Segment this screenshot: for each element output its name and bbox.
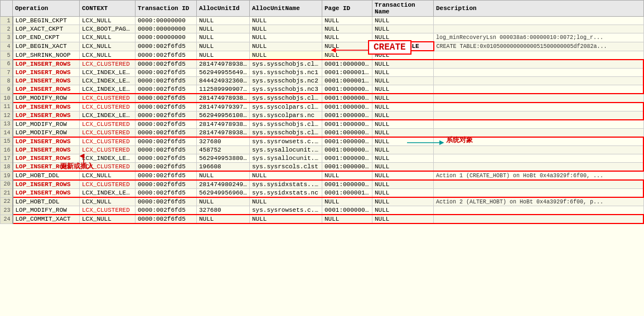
table-row: 7LOP_INSERT_ROWSLCX_INDEX_LEAF0000:002f6…: [1, 69, 644, 77]
col-auname-header: AllocUnitName: [250, 1, 322, 17]
row-number: 12: [1, 111, 13, 120]
row-number: 4: [1, 42, 13, 51]
table-row: 8LOP_INSERT_ROWSLCX_INDEX_LEAF0000:002f6…: [1, 77, 644, 85]
row-number: 18: [1, 163, 13, 172]
auid-cell: 458752: [197, 146, 250, 154]
context-cell: LCX_INDEX_LEAF: [80, 111, 135, 120]
pageid-cell: 0001:00000077: [322, 206, 372, 215]
txid-cell: 0000:002f6fd5: [135, 163, 197, 172]
operation-cell: LOP_SHRINK_NOOP: [13, 51, 80, 60]
table-row: 6LOP_INSERT_ROWSLCX_CLUSTERED0000:002f6f…: [1, 60, 644, 69]
pageid-cell: NULL: [322, 42, 372, 51]
context-cell: LCX_CLUSTERED: [80, 137, 135, 146]
operation-cell: LOP_BEGIN_XACT: [13, 42, 80, 51]
row-number: 19: [1, 171, 13, 180]
auid-cell: 327680: [197, 206, 250, 215]
auname-cell: sys.sysrowsets.c...: [250, 206, 322, 215]
txid-cell: 0000:002f6fd5: [135, 154, 197, 163]
txname-cell: NULL: [372, 180, 434, 189]
table-row: 20LOP_INSERT_ROWSLCX_CLUSTERED0000:002f6…: [1, 180, 644, 189]
txname-cell: NULL: [372, 154, 434, 163]
auname-cell: sys.sysidxstats.nc: [250, 189, 322, 198]
auid-cell: 1125899909070848: [197, 85, 250, 94]
row-number: 15: [1, 137, 13, 146]
operation-cell: LOP_INSERT_ROWS: [13, 77, 80, 85]
row-number: 7: [1, 69, 13, 77]
table-row: 17LOP_INSERT_ROWSLCX_INDEX_LEAF0000:002f…: [1, 154, 644, 163]
auid-cell: 281474979397632: [197, 103, 250, 111]
operation-cell: LOP_MODIFY_ROW: [13, 94, 80, 103]
txid-cell: 0000:002f6fd5: [135, 129, 197, 138]
txname-cell: NULL: [372, 69, 434, 77]
pageid-cell: 0001:0000006b: [322, 103, 372, 111]
table-row: 4LOP_BEGIN_XACTLCX_NULL0000:002f6fd5NULL…: [1, 42, 644, 51]
sysobj-annotation: 系统对象: [446, 135, 473, 145]
desc-cell: CREATE TABLE:0x0105000000000005150000000…: [434, 42, 644, 51]
txid-cell: 0000:002f6fd5: [135, 42, 197, 51]
desc-cell: [434, 206, 644, 215]
table-row: 19LOP_HOBT_DDLLCX_NULL0000:002f6fd5NULLN…: [1, 171, 644, 180]
desc-cell: [434, 111, 644, 120]
col-pageid-header: Page ID: [322, 1, 372, 17]
auid-cell: 327680: [197, 137, 250, 146]
context-cell: LCX_NULL: [80, 51, 135, 60]
auname-cell: sys.syscolpars.clst: [250, 103, 322, 111]
context-cell: LCX_CLUSTERED: [80, 103, 135, 111]
context-cell: LCX_NULL: [80, 33, 135, 42]
table-row: 1LOP_BEGIN_CKPTLCX_NULL0000:00000000NULL…: [1, 17, 644, 25]
row-number: 14: [1, 129, 13, 138]
context-cell: LCX_INDEX_LEAF: [80, 189, 135, 198]
auname-cell: sys.sysallocunit...: [250, 154, 322, 163]
auid-cell: 281474978938880: [197, 94, 250, 103]
row-number: 3: [1, 33, 13, 42]
txname-cell: NULL: [372, 215, 434, 223]
table-row: 22LOP_HOBT_DDLLCX_NULL0000:002f6fd5NULLN…: [1, 197, 644, 206]
context-cell: LCX_NULL: [80, 171, 135, 180]
auname-cell: sys.sysschobjs.nc1: [250, 69, 322, 77]
row-number: 16: [1, 146, 13, 154]
desc-cell: [434, 25, 644, 33]
table-row: 18LOP_INSERT_ROWSLCX_CLUSTERED0000:002f6…: [1, 163, 644, 172]
create-annotation: CREATE: [368, 40, 411, 55]
txid-cell: 0000:00000000: [135, 25, 197, 33]
txid-cell: 0000:002f6fd5: [135, 120, 197, 129]
context-cell: LCX_CLUSTERED: [80, 94, 135, 103]
auid-cell: NULL: [197, 51, 250, 60]
desc-cell: [434, 17, 644, 25]
txname-cell: NULL: [372, 94, 434, 103]
desc-cell: Action 2 (ALTER_HOBT) on HoBt 0x4a3929f:…: [434, 197, 644, 206]
col-desc-header: Description: [434, 1, 644, 17]
auid-cell: 196608: [197, 163, 250, 172]
auid-cell: NULL: [197, 215, 250, 223]
auname-cell: sys.sysrowsets.c...: [250, 137, 322, 146]
txname-cell: NULL: [372, 206, 434, 215]
desc-cell: [434, 189, 644, 198]
auid-cell: NULL: [197, 33, 250, 42]
desc-cell: [434, 163, 644, 172]
auname-cell: NULL: [250, 25, 322, 33]
context-cell: LCX_CLUSTERED: [80, 206, 135, 215]
col-operation-header: Operation: [13, 1, 80, 17]
row-number: 11: [1, 103, 13, 111]
txid-cell: 0000:002f6fd5: [135, 171, 197, 180]
col-auid-header: AllocUnitId: [197, 1, 250, 17]
auname-cell: sys.sysschobjs.nc3: [250, 85, 322, 94]
context-cell: LCX_INDEX_LEAF: [80, 85, 135, 94]
txid-cell: 0000:002f6fd5: [135, 94, 197, 103]
operation-cell: LOP_MODIFY_ROW: [13, 206, 80, 215]
pageid-cell: 0001:00000077: [322, 137, 372, 146]
operation-cell: LOP_INSERT_ROWS: [13, 189, 80, 198]
operation-cell: LOP_MODIFY_ROW: [13, 129, 80, 138]
txid-cell: 0000:002f6fd5: [135, 189, 197, 198]
table-row: 24LOP_COMMIT_XACTLCX_NULL0000:002f6fd5NU…: [1, 215, 644, 223]
auname-cell: sys.sysschobjs.clst: [250, 120, 322, 129]
txname-cell: NULL: [372, 146, 434, 154]
txid-cell: 0000:002f6fd5: [135, 51, 197, 60]
auid-cell: 562949956960256: [197, 189, 250, 198]
table-row: 14LOP_MODIFY_ROWLCX_CLUSTERED0000:002f6f…: [1, 129, 644, 138]
auname-cell: NULL: [250, 51, 322, 60]
operation-cell: LOP_HOBT_DDL: [13, 197, 80, 206]
pageid-cell: 0001:00000074: [322, 129, 372, 138]
auname-cell: sys.sysschobjs.nc2: [250, 77, 322, 85]
txid-cell: 0000:002f6fd5: [135, 77, 197, 85]
